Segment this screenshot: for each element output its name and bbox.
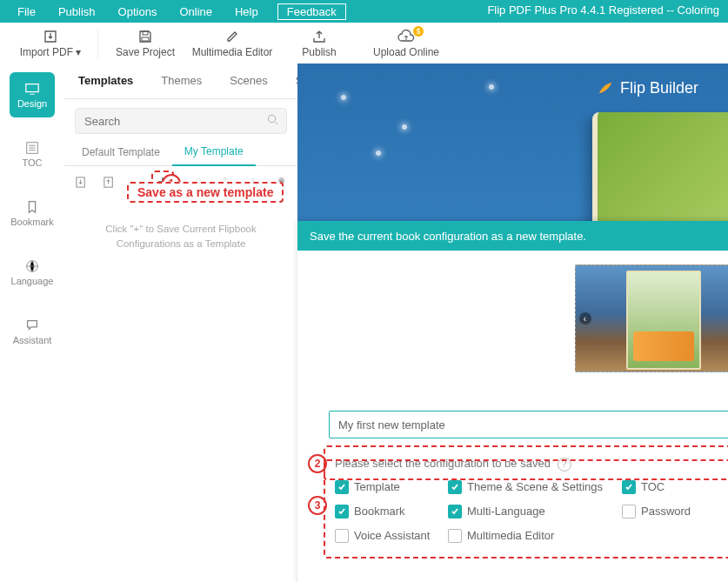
thumb-prev-icon: ‹ [579,312,591,324]
save-project-button[interactable]: Save Project [102,24,189,63]
flip-builder-brand: Flip Builder [598,79,698,97]
globe-icon [24,258,40,274]
list-icon [24,140,40,156]
multimedia-editor-label: Multimedia Editor [192,46,273,58]
export-template-icon[interactable] [101,174,117,190]
rail-language-label: Language [11,276,54,286]
flip-builder-logo-icon [598,81,613,97]
import-template-icon[interactable] [73,174,89,190]
rail-bookmark[interactable]: Bookmark [10,191,55,236]
tab-themes[interactable]: Themes [147,64,216,98]
save-template-callout: Save as a new template [127,182,284,203]
chk-multilang[interactable]: Multi-Language [448,505,622,518]
template-hint: Click "+" to Save Current Flipbook Confi… [64,222,297,252]
panel-tabs: Templates Themes Scenes Settings [64,64,297,99]
publish-button[interactable]: Publish [276,24,363,63]
monitor-icon [24,81,40,97]
template-name-input[interactable] [337,418,486,432]
bookmark-icon [24,199,40,215]
svg-rect-2 [26,84,38,92]
save-template-dialog: Save the current book configuration as a… [297,221,728,582]
chk-template-label: Template [354,480,400,493]
chk-password[interactable]: Password [622,505,718,518]
svg-point-5 [268,115,275,122]
tab-scenes[interactable]: Scenes [216,64,281,98]
toolbar-separator [97,29,98,58]
help-icon[interactable]: ? [558,458,571,472]
upload-online-label: Upload Online [373,46,439,58]
multimedia-editor-button[interactable]: Multimedia Editor [189,24,276,63]
search-input[interactable] [83,114,266,129]
chk-voice[interactable]: Voice Assistant [335,529,448,543]
rail-assistant[interactable]: Assistant [10,309,55,354]
dialog-header: Save the current book configuration as a… [297,221,728,251]
menu-online[interactable]: Online [170,3,221,20]
chk-password-label: Password [641,505,691,518]
template-sub-tabs: Default Template My Template [64,139,297,166]
menu-bar: File Publish Options Online Help Feedbac… [0,0,728,23]
main-toolbar: Import PDF ▾ Save Project Multimedia Edi… [0,23,728,64]
template-search[interactable] [75,108,287,134]
rail-design-label: Design [17,98,47,109]
svg-rect-1 [142,37,149,41]
dialog-title: Save the current book configuration as a… [310,230,586,243]
chk-mmedit[interactable]: Multimedia Editor [448,529,622,543]
rail-toc[interactable]: TOC [10,131,55,177]
tab-templates[interactable]: Templates [64,64,147,98]
chk-mmedit-label: Multimedia Editor [467,529,554,542]
chk-bookmark[interactable]: Bookmark [335,505,448,518]
rail-assistant-label: Assistant [13,335,52,345]
left-rail: Design TOC Bookmark Language Assistant [0,64,65,582]
template-thumbnail: ‹ › [575,264,729,372]
save-project-label: Save Project [116,46,175,58]
menu-publish[interactable]: Publish [50,3,104,20]
subtab-default[interactable]: Default Template [70,139,172,165]
menu-options[interactable]: Options [110,3,166,20]
chk-toc[interactable]: TOC [622,480,718,494]
upload-online-button[interactable]: $ Upload Online [363,24,450,63]
chk-multilang-label: Multi-Language [467,505,545,518]
search-icon [266,113,279,129]
upload-badge-icon: $ [413,26,424,37]
template-name-field[interactable] [329,411,728,438]
window-title: Flip PDF Plus Pro 4.4.1 Registered -- Co… [487,3,719,17]
feedback-button[interactable]: Feedback [277,3,346,20]
chk-bookmark-label: Bookmark [354,505,405,518]
import-icon [43,29,58,44]
chk-theme-label: Theme & Scene & Settings [467,480,603,493]
menu-help[interactable]: Help [226,3,267,20]
chk-theme[interactable]: Theme & Scene & Settings [448,480,622,494]
config-title: Please select the configuration to be sa… [330,453,728,475]
rail-design[interactable]: Design [10,72,55,117]
publish-label: Publish [302,46,336,58]
rail-language[interactable]: Language [10,250,55,295]
template-panel: Templates Themes Scenes Settings Default… [64,64,298,582]
subtab-my-template[interactable]: My Template [172,138,256,166]
thumbnail-page [626,271,701,370]
import-pdf-button[interactable]: Import PDF ▾ [7,24,94,63]
chk-voice-label: Voice Assistant [354,529,430,542]
edit-icon [225,29,239,44]
cloud-upload-icon: $ [397,29,416,44]
chk-template[interactable]: Template [335,480,448,494]
rail-toc-label: TOC [22,157,42,168]
chat-icon [24,318,40,333]
save-icon [138,29,152,44]
chk-toc-label: TOC [641,480,665,493]
rail-bookmark-label: Bookmark [10,217,54,227]
publish-icon [312,29,326,44]
annotation-3: 3 [308,496,327,515]
import-pdf-label: Import PDF ▾ [20,46,82,58]
menu-file[interactable]: File [9,3,44,20]
flip-builder-label: Flip Builder [620,79,698,97]
